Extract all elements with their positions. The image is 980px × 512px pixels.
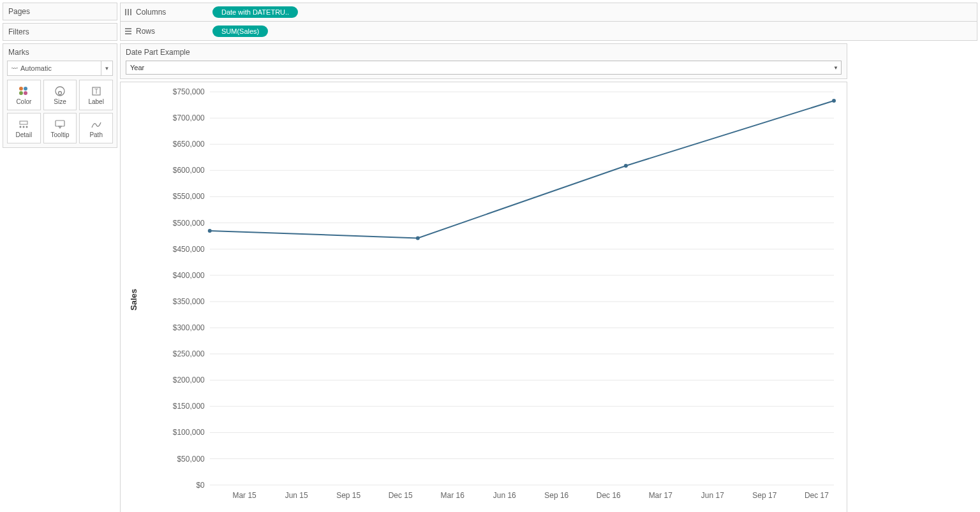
parameter-value: Year: [130, 64, 144, 71]
svg-point-2: [19, 91, 23, 95]
marks-card: Marks Automatic ▼ Color Size T Label: [3, 43, 117, 148]
svg-rect-12: [56, 121, 64, 126]
marks-type-value: Automatic: [20, 64, 52, 72]
svg-rect-13: [125, 9, 126, 15]
data-line: [210, 101, 834, 238]
svg-text:T: T: [94, 88, 98, 95]
line-chart: $0$50,000$100,000$150,000$200,000$250,00…: [121, 82, 847, 512]
x-tick-label: Sep 16: [544, 491, 568, 500]
x-tick-label: Mar 16: [441, 491, 465, 500]
y-tick-label: $600,000: [173, 166, 205, 175]
path-icon: [91, 119, 102, 130]
mark-path-button[interactable]: Path: [79, 113, 113, 143]
size-icon: [54, 85, 66, 97]
marks-label: Marks: [7, 48, 113, 61]
color-icon: [18, 85, 29, 97]
rows-icon: [124, 27, 132, 35]
x-tick-label: Mar 17: [649, 491, 673, 500]
y-tick-label: $0: [196, 481, 205, 490]
data-point[interactable]: [624, 164, 628, 168]
svg-rect-18: [125, 33, 131, 34]
mark-label-button[interactable]: T Label: [79, 80, 113, 110]
mark-detail-button[interactable]: Detail: [7, 113, 41, 143]
y-tick-label: $500,000: [173, 219, 205, 228]
data-point[interactable]: [208, 229, 212, 233]
y-tick-label: $50,000: [177, 455, 205, 464]
x-tick-label: Sep 15: [336, 491, 360, 500]
tooltip-icon: [54, 119, 66, 130]
filters-shelf[interactable]: Filters: [3, 23, 117, 41]
svg-point-0: [19, 87, 23, 91]
y-tick-label: $650,000: [173, 140, 205, 149]
x-tick-label: Sep 17: [752, 491, 776, 500]
y-tick-label: $700,000: [173, 113, 205, 122]
label-icon: T: [91, 85, 102, 97]
rows-pill[interactable]: SUM(Sales): [212, 26, 268, 37]
svg-rect-14: [128, 9, 129, 15]
y-tick-label: $350,000: [173, 297, 205, 306]
y-tick-label: $300,000: [173, 323, 205, 332]
pages-shelf[interactable]: Pages: [3, 3, 117, 20]
svg-rect-16: [125, 28, 131, 29]
mark-size-button[interactable]: Size: [43, 80, 77, 110]
y-tick-label: $250,000: [173, 349, 205, 358]
y-tick-label: $200,000: [173, 376, 205, 384]
rows-shelf[interactable]: Rows SUM(Sales): [120, 22, 977, 41]
data-point[interactable]: [832, 99, 836, 103]
y-axis-label: Sales: [129, 289, 138, 311]
parameter-card: Date Part Example Year ▼: [120, 43, 847, 79]
mark-color-button[interactable]: Color: [7, 80, 41, 110]
columns-shelf[interactable]: Columns Date with DATETRU..: [120, 3, 977, 22]
svg-rect-11: [20, 121, 27, 124]
filters-label: Filters: [8, 27, 29, 36]
svg-point-9: [23, 126, 25, 128]
mark-tooltip-button[interactable]: Tooltip: [43, 113, 77, 143]
rows-label: Rows: [136, 27, 155, 36]
marks-type-dropdown[interactable]: Automatic ▼: [7, 61, 113, 76]
y-tick-label: $750,000: [173, 87, 205, 96]
columns-pill[interactable]: Date with DATETRU..: [212, 6, 298, 18]
x-tick-label: Dec 17: [805, 491, 829, 500]
x-tick-label: Dec 16: [597, 491, 621, 500]
columns-icon: [124, 8, 132, 16]
x-tick-label: Dec 15: [389, 491, 413, 500]
detail-icon: [18, 119, 29, 130]
x-tick-label: Jun 17: [701, 491, 724, 500]
chevron-down-icon: ▼: [101, 61, 112, 75]
y-tick-label: $450,000: [173, 245, 205, 254]
svg-point-1: [24, 87, 27, 91]
y-tick-label: $400,000: [173, 271, 205, 280]
parameter-dropdown[interactable]: Year ▼: [126, 61, 842, 75]
chart-view[interactable]: Sales $0$50,000$100,000$150,000$200,000$…: [120, 82, 847, 512]
svg-rect-15: [130, 9, 131, 15]
y-tick-label: $100,000: [173, 428, 205, 437]
svg-point-10: [26, 126, 28, 128]
x-tick-label: Mar 15: [232, 491, 256, 500]
svg-point-5: [58, 91, 61, 94]
svg-point-3: [24, 91, 27, 95]
y-tick-label: $550,000: [173, 192, 205, 201]
data-point[interactable]: [416, 236, 420, 240]
pages-label: Pages: [8, 7, 30, 16]
y-tick-label: $150,000: [173, 402, 205, 411]
x-tick-label: Jun 16: [493, 491, 516, 500]
x-tick-label: Jun 15: [285, 491, 308, 500]
parameter-title: Date Part Example: [126, 48, 842, 57]
svg-rect-17: [125, 31, 131, 32]
chevron-down-icon: ▼: [833, 65, 838, 71]
svg-point-8: [20, 126, 22, 128]
columns-label: Columns: [136, 8, 166, 17]
